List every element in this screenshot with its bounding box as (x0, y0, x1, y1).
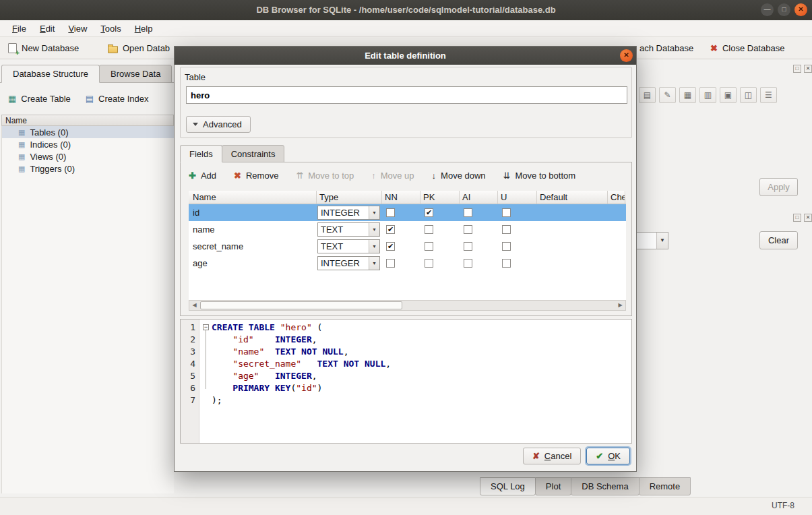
edit-cell-toolbar-icon-2[interactable]: ✎ (659, 87, 676, 103)
column-header-nn[interactable]: NN (382, 191, 420, 204)
close-icon[interactable]: ✕ (794, 3, 807, 16)
apply-button[interactable]: Apply (759, 178, 798, 196)
encoding-indicator[interactable]: UTF-8 (772, 501, 794, 510)
ai-checkbox[interactable] (464, 242, 472, 251)
tab-browse-data[interactable]: Browse Data (99, 65, 172, 83)
edit-cell-toolbar-icon-1[interactable]: ▤ (639, 87, 656, 103)
menu-help[interactable]: Help (128, 20, 160, 36)
tree-item-tables[interactable]: ▦ Tables (0) (2, 126, 174, 138)
type-combo[interactable]: TEXT▾ (317, 239, 380, 253)
attach-database-button[interactable]: ach Database (637, 37, 696, 59)
tab-database-structure[interactable]: Database Structure (1, 65, 100, 83)
move-to-bottom-button[interactable]: ⇊ Move to bottom (503, 171, 576, 181)
edit-cell-toolbar-icon-6[interactable]: ◫ (740, 87, 757, 103)
minimize-icon[interactable]: — (761, 3, 774, 16)
dock-close-icon[interactable]: ✕ (804, 65, 812, 73)
edit-cell-toolbar-icon-3[interactable]: ▦ (679, 87, 696, 103)
create-table-button[interactable]: ▦ Create Table (8, 90, 71, 107)
column-header-u[interactable]: U (498, 191, 537, 204)
dialog-titlebar[interactable]: Edit table definition ✕ (175, 47, 636, 65)
field-name-cell[interactable]: name (189, 224, 317, 235)
close-database-button[interactable]: ✖ Close Database (708, 37, 787, 59)
dialog-close-icon[interactable]: ✕ (620, 49, 633, 62)
type-combo[interactable]: TEXT▾ (317, 222, 380, 237)
tab-fields[interactable]: Fields (180, 145, 222, 162)
table-name-input[interactable] (186, 86, 627, 104)
column-header-name[interactable]: Name (189, 191, 317, 204)
chevron-down-icon[interactable]: ▾ (369, 240, 379, 253)
ai-checkbox[interactable] (464, 225, 472, 234)
column-header-default[interactable]: Default (537, 191, 608, 204)
tree-item-indices[interactable]: ▦ Indices (0) (2, 138, 174, 150)
tab-plot[interactable]: Plot (535, 477, 571, 495)
open-database-button[interactable]: Open Datab (105, 37, 173, 59)
field-row-name[interactable]: nameTEXT▾ (189, 221, 626, 238)
tree-item-views[interactable]: ▦ Views (0) (2, 150, 174, 162)
menu-edit[interactable]: Edit (33, 20, 61, 36)
u-checkbox[interactable] (502, 259, 511, 268)
menu-file[interactable]: File (5, 20, 33, 36)
field-row-id[interactable]: idINTEGER▾ (189, 204, 626, 221)
column-header-ai[interactable]: AI (460, 191, 498, 204)
field-name-cell[interactable]: secret_name (189, 241, 317, 251)
new-database-button[interactable]: New Database (5, 37, 82, 59)
nn-checkbox[interactable] (386, 259, 395, 268)
pk-checkbox[interactable] (425, 225, 433, 234)
mode-combo-partial[interactable]: ▼ (637, 232, 668, 249)
menu-tools[interactable]: Tools (94, 20, 127, 36)
ai-checkbox[interactable] (464, 259, 472, 268)
edit-cell-toolbar-icon-7[interactable]: ☰ (760, 87, 777, 103)
u-checkbox[interactable] (502, 208, 511, 217)
sql-preview-editor[interactable]: 1CREATE TABLE "hero" (2 "id" INTEGER,3 "… (180, 319, 632, 444)
tree-item-triggers[interactable]: ▦ Triggers (0) (2, 162, 174, 175)
clear-button[interactable]: Clear (759, 231, 798, 249)
chevron-down-icon[interactable]: ▼ (656, 233, 668, 249)
add-field-button[interactable]: ✚ Add (189, 171, 216, 181)
edit-cell-toolbar-icon-5[interactable]: ▣ (720, 87, 737, 103)
move-to-top-button[interactable]: ⇈ Move to top (296, 171, 354, 181)
maximize-icon[interactable]: □ (778, 3, 790, 16)
pk-checkbox[interactable] (425, 208, 433, 217)
move-up-button[interactable]: ↑ Move up (371, 171, 414, 181)
field-name-cell[interactable]: age (189, 258, 317, 268)
scroll-left-icon[interactable]: ◀ (189, 301, 199, 310)
type-combo[interactable]: INTEGER▾ (317, 206, 380, 220)
window-titlebar[interactable]: DB Browser for SQLite - /home/user/code/… (0, 0, 812, 20)
menu-view[interactable]: View (61, 20, 94, 36)
tab-sql-log[interactable]: SQL Log (480, 477, 536, 495)
ai-checkbox[interactable] (464, 208, 472, 217)
ok-button[interactable]: ✔ OK (586, 448, 630, 464)
column-header-pk[interactable]: PK (420, 191, 460, 204)
dock-close-icon[interactable]: ✕ (804, 214, 812, 222)
nn-checkbox[interactable] (386, 208, 395, 217)
pk-checkbox[interactable] (425, 259, 433, 268)
move-down-button[interactable]: ↓ Move down (432, 171, 486, 181)
nn-checkbox[interactable] (386, 225, 395, 234)
column-header-check[interactable]: Check (608, 191, 625, 204)
fold-collapse-icon[interactable]: − (203, 324, 209, 330)
u-checkbox[interactable] (502, 225, 511, 234)
tab-remote[interactable]: Remote (639, 477, 691, 495)
scrollbar-thumb[interactable] (200, 301, 402, 309)
pk-checkbox[interactable] (425, 242, 433, 251)
edit-cell-toolbar-icon-4[interactable]: ▥ (699, 87, 716, 103)
nn-checkbox[interactable] (386, 242, 395, 251)
field-row-age[interactable]: ageINTEGER▾ (189, 255, 626, 272)
scroll-right-icon[interactable]: ▶ (615, 301, 625, 310)
tab-constraints[interactable]: Constraints (222, 145, 285, 162)
remove-field-button[interactable]: ✖ Remove (234, 171, 278, 181)
chevron-down-icon[interactable]: ▾ (369, 257, 379, 270)
create-index-button[interactable]: ▤ Create Index (86, 90, 149, 107)
dock-float-icon[interactable]: □ (793, 65, 801, 73)
horizontal-scrollbar[interactable]: ◀ ▶ (189, 300, 626, 311)
chevron-down-icon[interactable]: ▾ (369, 223, 379, 236)
type-combo[interactable]: INTEGER▾ (317, 256, 380, 270)
column-header-type[interactable]: Type (317, 191, 382, 204)
field-name-cell[interactable]: id (189, 208, 317, 218)
dock-float-icon[interactable]: □ (793, 214, 801, 222)
tree-column-header[interactable]: Name (1, 115, 174, 126)
chevron-down-icon[interactable]: ▾ (369, 206, 379, 219)
tab-db-schema[interactable]: DB Schema (571, 477, 639, 495)
advanced-toggle-button[interactable]: Advanced (186, 116, 251, 133)
cancel-button[interactable]: ✘ Cancel (523, 448, 581, 464)
